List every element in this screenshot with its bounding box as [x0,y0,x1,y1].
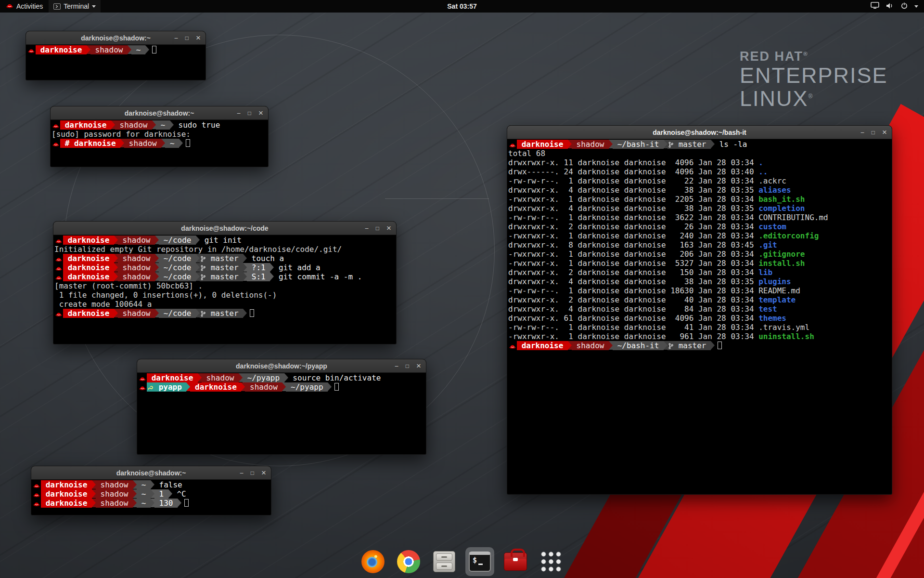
powerline-arrow [609,140,613,148]
terminal-content[interactable]: darknoise shadow ~/bash-it master ls -la… [507,139,892,494]
terminal-window[interactable]: darknoise@shadow:~/bash-it − □ × darknoi… [507,125,892,495]
window-title: darknoise@shadow:~ [116,469,186,477]
prompt-user-segment: darknoise [517,341,568,350]
minimize-button[interactable]: − [365,225,369,232]
prompt-path-segment: ~ [137,489,151,499]
power-icon[interactable] [900,2,908,11]
terminal-window[interactable]: darknoise@shadow:~/pyapp − □ × darknoise… [137,359,426,455]
powerline-arrow [196,236,200,244]
window-titlebar[interactable]: darknoise@shadow:~/bash-it − □ × [507,126,892,139]
terminal-content[interactable]: darknoise shadow ~/pyapp source bin/acti… [137,373,426,454]
terminal-line: drwxrwxr-x. 2 darknoise darknoise 150 Ja… [508,268,891,277]
window-titlebar[interactable]: darknoise@shadow:~/code − □ × [53,222,396,235]
terminal-content[interactable]: darknoise shadow ~ [26,45,205,79]
maximize-button[interactable]: □ [376,225,379,231]
terminal-line: darknoise shadow ~ sudo true [51,120,267,130]
output-text: -rwxrwxr-x. 1 darknoise darknoise 961 Ja… [508,332,758,341]
close-button[interactable]: × [196,34,201,42]
snake-icon [148,382,154,392]
prompt-host-segment: shadow [124,139,161,148]
window-titlebar[interactable]: darknoise@shadow:~ − □ × [51,106,268,120]
branch-icon [668,140,673,149]
powerline-arrow [328,382,332,391]
output-text: drwxrwxr-x. 2 darknoise darknoise 26 Jan… [508,222,758,231]
terminal-line: -rwxrwxr-x. 1 darknoise darknoise 5327 J… [508,259,891,268]
dock-files[interactable] [430,547,459,576]
command-text: touch a [247,254,284,263]
maximize-button[interactable]: □ [185,35,189,41]
redhat-icon [51,139,60,148]
output-text: -rw-rw-r--. 1 darknoise darknoise 3622 J… [508,213,828,222]
minimize-button[interactable]: − [860,129,864,136]
terminal-line: drwxrwxr-x. 4 darknoise darknoise 84 Jan… [508,304,891,314]
command-text: ^C [172,489,186,499]
powerline-arrow [198,373,202,382]
terminal-line: darknoise shadow ~ 1 ^C [32,489,270,499]
terminal-line: pyapp darknoise shadow ~/pyapp [138,382,425,392]
terminal-line: drwxrwxr-x. 2 darknoise darknoise 40 Jan… [508,295,891,304]
prompt-host-segment: shadow [118,309,155,318]
powerline-arrow [133,489,137,498]
close-button[interactable]: × [261,469,266,477]
minimize-button[interactable]: − [174,35,178,41]
maximize-button[interactable]: □ [872,130,875,135]
app-menu-terminal[interactable]: Terminal [49,0,101,13]
dock [359,547,565,576]
terminal-content[interactable]: darknoise shadow ~ false darknoise shado… [31,480,271,514]
volume-icon[interactable] [886,2,894,11]
prompt-host-segment: shadow [118,254,155,263]
git-branch-segment: master [200,263,243,272]
terminal-window[interactable]: darknoise@shadow:~ − □ × darknoise shado… [31,466,271,515]
output-text: -rwxrwxr-x. 1 darknoise darknoise 2205 J… [508,195,758,204]
dock-appgrid[interactable] [537,547,565,576]
terminal-window[interactable]: darknoise@shadow:~ − □ × darknoise shado… [26,31,206,80]
display-icon[interactable] [871,2,879,11]
activities-button[interactable]: Activities [0,0,49,13]
powerline-arrow [133,499,137,507]
clock[interactable]: Sat 03:57 [447,2,476,10]
maximize-button[interactable]: □ [251,470,254,476]
terminal-content[interactable]: darknoise shadow ~/code git initInitiali… [53,235,396,343]
terminal-cursor [250,309,254,317]
dock-software[interactable] [501,547,530,576]
terminal-line: drwxrwxr-x. 61 darknoise darknoise 4096 … [508,314,891,323]
dock-terminal[interactable] [465,547,494,576]
window-titlebar[interactable]: darknoise@shadow:~/pyapp − □ × [137,359,426,373]
maximize-button[interactable]: □ [406,363,409,369]
window-title: darknoise@shadow:~ [81,34,151,42]
powerline-arrow [152,120,156,129]
window-titlebar[interactable]: darknoise@shadow:~ − □ × [31,466,271,480]
maximize-button[interactable]: □ [248,110,251,116]
close-button[interactable]: × [386,224,391,232]
powerline-arrow [114,236,118,244]
terminal-line: drwxrwxr-x. 2 darknoise darknoise 26 Jan… [508,222,891,231]
window-titlebar[interactable]: darknoise@shadow:~ − □ × [26,31,205,45]
terminal-content[interactable]: darknoise shadow ~ sudo true[sudo] passw… [51,120,268,166]
minimize-button[interactable]: − [395,363,398,369]
close-button[interactable]: × [882,128,887,136]
terminal-line: darknoise shadow ~/code master S:1 git c… [54,272,395,281]
prompt-host-segment: shadow [96,489,133,499]
prompt-user-segment: darknoise [36,45,87,54]
minimize-button[interactable]: − [237,110,241,117]
prompt-path-segment: ~/code [159,254,196,263]
minimize-button[interactable]: − [240,470,244,476]
powerline-arrow [196,272,200,281]
window-title: darknoise@shadow:~/code [181,224,268,232]
redhat-icon [508,140,517,149]
prompt-user-segment: darknoise [41,480,92,489]
chevron-down-icon[interactable] [914,5,918,8]
terminal-window[interactable]: darknoise@shadow:~ − □ × darknoise shado… [50,106,269,167]
terminal-line: darknoise shadow ~ false [32,480,270,489]
dock-firefox[interactable] [359,547,387,576]
prompt-user-segment: darknoise [63,263,114,272]
dock-chrome[interactable] [394,547,423,576]
git-branch-segment: master [200,309,243,318]
terminal-cursor [186,139,190,147]
close-button[interactable]: × [416,362,421,370]
prompt-user-segment: darknoise [41,499,92,508]
status-segment: ?:1 [247,263,270,272]
terminal-window[interactable]: darknoise@shadow:~/code − □ × darknoise … [53,221,397,344]
close-button[interactable]: × [258,109,263,117]
status-segment: 130 [154,499,178,508]
